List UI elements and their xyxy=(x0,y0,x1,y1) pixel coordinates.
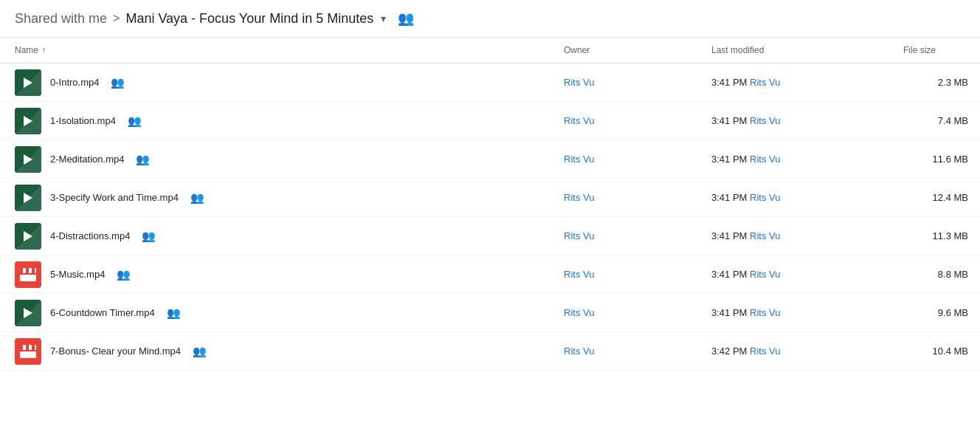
svg-rect-5 xyxy=(20,275,36,281)
col-header-owner[interactable]: Owner xyxy=(552,38,700,63)
video-thumbnail-icon xyxy=(15,69,41,96)
chevron-down-icon[interactable]: ▾ xyxy=(381,13,386,24)
video-red-icon xyxy=(15,338,41,365)
owner-cell: Rits Vu xyxy=(552,63,700,102)
video-red-icon xyxy=(15,261,41,288)
file-name-cell: 6-Countdown Timer.mp4 👥 xyxy=(0,294,552,332)
modified-time: 3:41 PM xyxy=(711,230,747,241)
modified-time: 3:41 PM xyxy=(711,77,747,88)
file-name-label: 7-Bonus- Clear your Mind.mp4 xyxy=(50,346,181,357)
modified-cell: 3:41 PM Rits Vu xyxy=(700,255,891,294)
modified-cell: 3:42 PM Rits Vu xyxy=(700,332,891,371)
video-thumbnail-icon xyxy=(15,108,41,134)
file-name-label: 4-Distractions.mp4 xyxy=(50,230,130,241)
shared-users-icon: 👥 xyxy=(190,191,204,205)
table-row[interactable]: 2-Meditation.mp4 👥 Rits Vu 3:41 PM Rits … xyxy=(0,140,980,179)
file-icon xyxy=(15,69,41,96)
breadcrumb-shared-with-me[interactable]: Shared with me xyxy=(15,11,107,27)
shared-users-icon: 👥 xyxy=(142,230,156,243)
size-cell: 7.4 MB xyxy=(891,102,980,140)
table-row[interactable]: 6-Countdown Timer.mp4 👥 Rits Vu 3:41 PM … xyxy=(0,294,980,332)
size-cell: 2.3 MB xyxy=(891,63,980,102)
modified-time: 3:42 PM xyxy=(711,346,747,357)
svg-rect-2 xyxy=(26,268,29,273)
col-header-file-size[interactable]: File size xyxy=(891,38,980,63)
svg-rect-7 xyxy=(20,345,23,350)
video-thumbnail-icon xyxy=(15,300,41,326)
table-row[interactable]: 4-Distractions.mp4 👥 Rits Vu 3:41 PM Rit… xyxy=(0,217,980,255)
svg-rect-4 xyxy=(20,273,36,275)
file-icon xyxy=(15,185,41,211)
file-name-cell: 2-Meditation.mp4 👥 xyxy=(0,140,552,179)
video-thumbnail-icon xyxy=(15,223,41,250)
owner-link[interactable]: Rits Vu xyxy=(564,115,594,126)
table-row[interactable]: 1-Isolation.mp4 👥 Rits Vu 3:41 PM Rits V… xyxy=(0,102,980,140)
modified-cell: 3:41 PM Rits Vu xyxy=(700,179,891,217)
modified-owner-link[interactable]: Rits Vu xyxy=(750,230,780,241)
modified-owner-link[interactable]: Rits Vu xyxy=(750,269,780,280)
owner-cell: Rits Vu xyxy=(552,294,700,332)
modified-owner-link[interactable]: Rits Vu xyxy=(750,192,780,203)
owner-link[interactable]: Rits Vu xyxy=(564,192,594,203)
size-cell: 8.8 MB xyxy=(891,255,980,294)
file-name-label: 2-Meditation.mp4 xyxy=(50,154,124,165)
people-icon[interactable]: 👥 xyxy=(398,10,414,27)
owner-cell: Rits Vu xyxy=(552,255,700,294)
owner-cell: Rits Vu xyxy=(552,217,700,255)
modified-owner-link[interactable]: Rits Vu xyxy=(750,154,780,165)
modified-cell: 3:41 PM Rits Vu xyxy=(700,217,891,255)
video-thumbnail-icon xyxy=(15,185,41,211)
file-name-label: 3-Specify Work and Time.mp4 xyxy=(50,192,179,203)
file-name-cell: 5-Music.mp4 👥 xyxy=(0,255,552,294)
table-row[interactable]: 7-Bonus- Clear your Mind.mp4 👥 Rits Vu 3… xyxy=(0,332,980,371)
file-name-cell: 3-Specify Work and Time.mp4 👥 xyxy=(0,179,552,217)
file-name-label: 6-Countdown Timer.mp4 xyxy=(50,307,155,318)
col-header-name[interactable]: Name ↑ xyxy=(0,38,552,63)
file-table: Name ↑ Owner Last modified File size 0-I… xyxy=(0,38,980,371)
owner-link[interactable]: Rits Vu xyxy=(564,154,594,165)
owner-link[interactable]: Rits Vu xyxy=(564,307,594,318)
col-header-last-modified[interactable]: Last modified xyxy=(700,38,891,63)
modified-cell: 3:41 PM Rits Vu xyxy=(700,63,891,102)
modified-owner-link[interactable]: Rits Vu xyxy=(750,77,780,88)
breadcrumb-current-folder: Mani Vaya - Focus Your Mind in 5 Minutes xyxy=(125,11,373,27)
file-name-label: 1-Isolation.mp4 xyxy=(50,115,116,126)
table-row[interactable]: 5-Music.mp4 👥 Rits Vu 3:41 PM Rits Vu 8.… xyxy=(0,255,980,294)
file-icon xyxy=(15,261,41,288)
file-name-label: 0-Intro.mp4 xyxy=(50,77,99,88)
file-icon xyxy=(15,223,41,250)
svg-rect-8 xyxy=(26,345,29,350)
table-row[interactable]: 0-Intro.mp4 👥 Rits Vu 3:41 PM Rits Vu 2.… xyxy=(0,63,980,102)
size-cell: 11.6 MB xyxy=(891,140,980,179)
file-icon xyxy=(15,108,41,134)
modified-owner-link[interactable]: Rits Vu xyxy=(750,346,780,357)
modified-owner-link[interactable]: Rits Vu xyxy=(750,307,780,318)
owner-cell: Rits Vu xyxy=(552,102,700,140)
table-row[interactable]: 3-Specify Work and Time.mp4 👥 Rits Vu 3:… xyxy=(0,179,980,217)
breadcrumb-separator: > xyxy=(113,12,120,25)
file-name-cell: 7-Bonus- Clear your Mind.mp4 👥 xyxy=(0,332,552,371)
modified-cell: 3:41 PM Rits Vu xyxy=(700,102,891,140)
modified-cell: 3:41 PM Rits Vu xyxy=(700,140,891,179)
owner-cell: Rits Vu xyxy=(552,140,700,179)
shared-users-icon: 👥 xyxy=(111,76,125,89)
owner-cell: Rits Vu xyxy=(552,179,700,217)
svg-rect-3 xyxy=(32,268,35,273)
size-cell: 12.4 MB xyxy=(891,179,980,217)
svg-rect-10 xyxy=(20,350,36,351)
file-icon xyxy=(15,146,41,173)
svg-rect-11 xyxy=(20,351,36,358)
owner-link[interactable]: Rits Vu xyxy=(564,346,594,357)
file-name-label: 5-Music.mp4 xyxy=(50,269,105,280)
modified-time: 3:41 PM xyxy=(711,307,747,318)
owner-link[interactable]: Rits Vu xyxy=(564,77,594,88)
modified-time: 3:41 PM xyxy=(711,154,747,165)
modified-owner-link[interactable]: Rits Vu xyxy=(750,115,780,126)
file-name-cell: 4-Distractions.mp4 👥 xyxy=(0,217,552,255)
size-cell: 9.6 MB xyxy=(891,294,980,332)
owner-link[interactable]: Rits Vu xyxy=(564,269,594,280)
owner-link[interactable]: Rits Vu xyxy=(564,230,594,241)
shared-users-icon: 👥 xyxy=(136,153,150,166)
sort-ascending-icon: ↑ xyxy=(41,45,46,55)
table-header-row: Name ↑ Owner Last modified File size xyxy=(0,38,980,63)
